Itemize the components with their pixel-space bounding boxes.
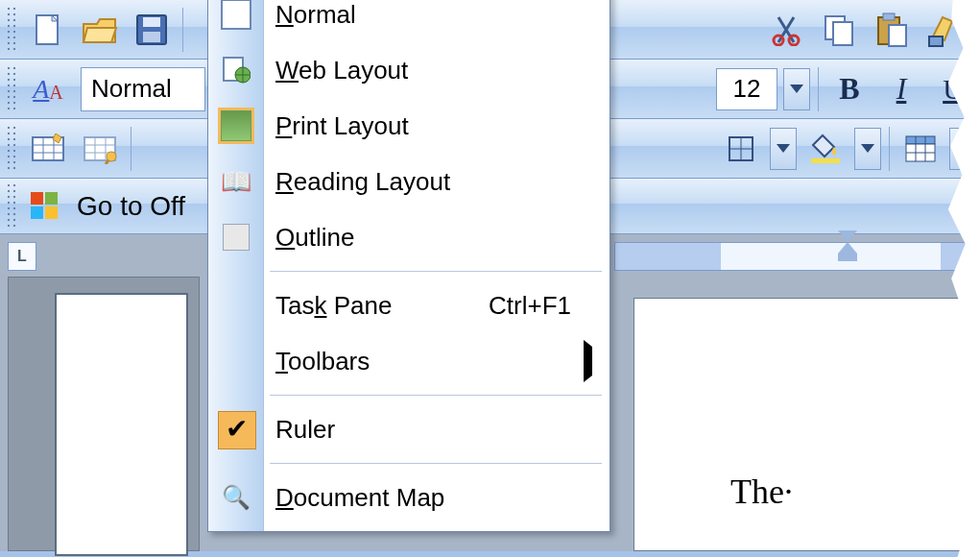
horizontal-ruler[interactable] (614, 242, 980, 271)
toolbar-separator (818, 67, 819, 111)
border-style-button[interactable] (718, 126, 764, 172)
submenu-arrow-icon (584, 347, 592, 376)
toolbar-grip[interactable] (6, 6, 15, 54)
toolbar-separator (131, 127, 131, 171)
style-name: Normal (91, 74, 172, 104)
save-button[interactable] (129, 7, 175, 53)
print-layout-icon (220, 109, 252, 142)
insert-table-button[interactable] (25, 126, 71, 172)
menu-item-print-layout[interactable]: Print Layout (208, 98, 610, 154)
insert-table-grid-button[interactable] (897, 126, 944, 172)
svg-rect-10 (889, 25, 906, 46)
thumbnail-pane[interactable] (8, 277, 200, 551)
toolbar-grip[interactable] (6, 65, 15, 113)
shading-dropdown[interactable] (854, 128, 881, 170)
page-thumbnail[interactable] (57, 295, 186, 554)
view-menu: Normal Web Layout Print Layout Reading L… (207, 0, 610, 532)
draw-table-button[interactable] (77, 126, 123, 172)
bold-button[interactable]: B (826, 66, 872, 112)
menu-item-document-map[interactable]: Document Map (208, 470, 610, 525)
font-size-input[interactable]: 12 (716, 68, 777, 110)
office-logo-icon (25, 183, 65, 230)
shading-color-button[interactable] (802, 126, 849, 172)
font-size-dropdown[interactable] (783, 68, 810, 110)
svg-rect-11 (929, 36, 943, 46)
document-text: The· (730, 472, 793, 512)
menu-label: Ruler (275, 415, 335, 445)
svg-rect-3 (143, 32, 160, 42)
menu-shortcut: Ctrl+F1 (489, 291, 571, 321)
reading-layout-icon (220, 165, 252, 198)
menu-separator (270, 395, 602, 396)
svg-point-22 (107, 152, 116, 161)
ruler-corner[interactable]: L (8, 242, 36, 271)
toolbar-separator (182, 8, 183, 52)
svg-rect-2 (143, 17, 160, 27)
menu-item-task-pane[interactable]: Task Pane Ctrl+F1 (208, 278, 610, 333)
normal-view-icon (220, 0, 252, 31)
toolbar-grip[interactable] (6, 182, 15, 230)
style-selector[interactable]: Normal (81, 67, 205, 111)
italic-button[interactable]: I (878, 66, 924, 112)
svg-rect-35 (31, 206, 43, 219)
font-style-button[interactable]: AA (25, 66, 71, 112)
outline-view-icon (220, 221, 252, 254)
font-size-value: 12 (733, 74, 761, 104)
open-button[interactable] (77, 7, 123, 53)
toolbar-separator (889, 127, 890, 171)
new-document-button[interactable] (25, 7, 71, 53)
web-layout-icon (220, 54, 252, 86)
paste-button[interactable] (868, 7, 914, 53)
menu-item-reading-layout[interactable]: Reading Layout (208, 154, 610, 209)
document-page[interactable]: The· (633, 298, 980, 551)
svg-rect-34 (45, 192, 58, 205)
svg-rect-27 (811, 158, 840, 163)
svg-rect-28 (906, 136, 935, 144)
menu-item-toolbars[interactable]: Toolbars (208, 333, 610, 389)
indent-marker[interactable] (837, 230, 858, 265)
toolbar-grip[interactable] (6, 125, 15, 173)
menu-item-outline[interactable]: Outline (208, 209, 610, 265)
menu-separator (270, 271, 602, 272)
menu-item-ruler[interactable]: Ruler (208, 401, 610, 457)
document-map-icon (220, 481, 252, 514)
menu-item-normal[interactable]: Normal (208, 0, 610, 42)
copy-button[interactable] (816, 7, 862, 53)
go-to-office-link[interactable]: Go to Off (71, 191, 191, 222)
border-dropdown[interactable] (770, 128, 797, 170)
svg-rect-36 (45, 206, 58, 219)
svg-rect-33 (31, 192, 43, 205)
svg-rect-9 (883, 13, 895, 20)
cut-button[interactable] (764, 7, 810, 53)
menu-separator (270, 463, 602, 464)
menu-item-web-layout[interactable]: Web Layout (208, 42, 610, 98)
svg-rect-7 (833, 22, 852, 45)
